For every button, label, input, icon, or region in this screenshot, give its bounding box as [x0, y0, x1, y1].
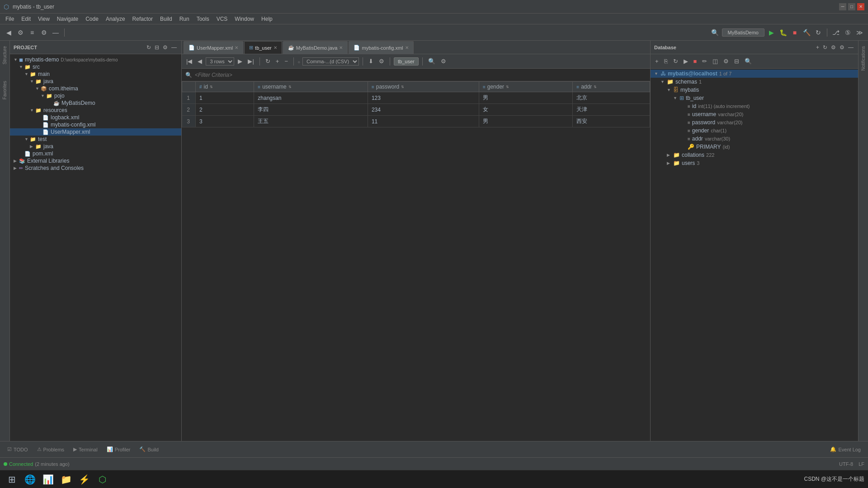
menu-run[interactable]: Run — [176, 15, 193, 23]
toolbar-more[interactable]: ≫ — [854, 28, 864, 38]
db-tree-mybatis[interactable]: ▼ 🗄 mybatis — [651, 86, 858, 94]
tree-item-java[interactable]: ▼ 📁 java — [10, 78, 181, 85]
reload-button[interactable]: ↻ — [264, 57, 272, 66]
table-row[interactable]: 3 3 王五 11 男 西安 — [182, 116, 650, 127]
col-header-id[interactable]: # id ⇅ — [196, 82, 254, 92]
db-settings-button[interactable]: ⚙ — [839, 43, 845, 52]
minimize-button[interactable]: ─ — [839, 3, 846, 10]
db-tree-col-gender[interactable]: ≡ gender char(1) — [651, 127, 858, 135]
project-refresh-button[interactable]: ↻ — [146, 43, 152, 52]
build-button[interactable]: 🔨 — [802, 28, 811, 38]
tree-item-pojo[interactable]: ▼ 📁 pojo — [10, 92, 181, 99]
delete-row-button[interactable]: − — [283, 57, 290, 66]
db-tree-host[interactable]: ▼ 🖧 mybatis@localhost 1 of 7 — [651, 70, 858, 78]
bottom-tab-profiler[interactable]: 📊 Profiler — [103, 445, 134, 454]
cell-gender[interactable]: 男 — [479, 116, 572, 127]
tab-close-mybatis-config[interactable]: ✕ — [405, 45, 409, 50]
tab-mybatisdemo-java[interactable]: ☕ MyBatisDemo.java ✕ — [283, 41, 348, 54]
db-tree-col-id[interactable]: ≡ id int(11) (auto increment) — [651, 102, 858, 110]
cell-addr[interactable]: 西安 — [573, 116, 650, 127]
tab-usermapper[interactable]: 📄 UserMapper.xml ✕ — [184, 41, 243, 54]
filter-input[interactable] — [195, 72, 646, 78]
back-button[interactable]: ◀ — [4, 28, 14, 38]
db-copy-button[interactable]: ⎘ — [662, 57, 670, 66]
db-refresh2-button[interactable]: ↻ — [671, 57, 680, 66]
next-page-button[interactable]: ▶ — [236, 57, 244, 66]
col-header-gender[interactable]: ≡ gender ⇅ — [479, 82, 572, 92]
tree-item-src[interactable]: ▼ 📁 src — [10, 63, 181, 70]
add-row-button[interactable]: + — [274, 57, 281, 66]
tree-item-resources[interactable]: ▼ 📁 resources — [10, 107, 181, 114]
taskbar-files[interactable]: 📁 — [58, 471, 74, 488]
tab-close-tb-user[interactable]: ✕ — [274, 45, 277, 50]
status-connected-item[interactable]: Connected (2 minutes ago) — [4, 461, 70, 467]
table-row[interactable]: 2 2 李四 234 女 天津 — [182, 104, 650, 116]
project-close-button[interactable]: — — [170, 43, 178, 52]
tree-item-mybatisdemo[interactable]: ☕ MyBatisDemo — [10, 99, 181, 107]
cell-password[interactable]: 123 — [368, 92, 479, 104]
last-page-button[interactable]: ▶| — [246, 57, 255, 66]
menu-refactor[interactable]: Refactor — [129, 15, 156, 23]
tab-mybatis-config[interactable]: 📄 mybatis-config.xml ✕ — [349, 41, 413, 54]
tree-item-test[interactable]: ▼ 📁 test — [10, 136, 181, 143]
cell-username[interactable]: zhangsan — [254, 92, 368, 104]
tree-item-external-libs[interactable]: ▶ 📚 External Libraries — [10, 157, 181, 164]
format-selector[interactable]: Comma-...(d (CSV) — [302, 57, 359, 66]
db-tree-col-username[interactable]: ≡ username varchar(20) — [651, 110, 858, 118]
menu-code[interactable]: Code — [82, 15, 102, 23]
tree-item-test-java[interactable]: ▶ 📁 java — [10, 143, 181, 150]
maximize-button[interactable]: □ — [848, 3, 855, 10]
first-page-button[interactable]: |◀ — [184, 57, 194, 66]
tree-item-logback[interactable]: 📄 logback.xml — [10, 114, 181, 121]
db-tree-col-addr[interactable]: ≡ addr varchar(30) — [651, 135, 858, 143]
db-close-button[interactable]: — — [847, 43, 854, 52]
cell-gender[interactable]: 女 — [479, 104, 572, 116]
annotate-button[interactable]: ⑤ — [843, 28, 853, 38]
search-data-button[interactable]: 🔍 — [426, 57, 437, 66]
tab-close-mybatisdemo-java[interactable]: ✕ — [339, 45, 343, 50]
cell-id[interactable]: 3 — [196, 116, 254, 127]
db-tree-col-primary[interactable]: 🔑 PRIMARY (id) — [651, 143, 858, 151]
bottom-tab-problems[interactable]: ⚠ Problems — [33, 445, 68, 454]
col-header-addr[interactable]: ≡ addr ⇅ — [573, 82, 650, 92]
tree-item-mybatis-config[interactable]: 📄 mybatis-config.xml — [10, 121, 181, 128]
table-row[interactable]: 1 1 zhangsan 123 男 北京 — [182, 92, 650, 104]
bottom-tab-build[interactable]: 🔨 Build — [136, 445, 162, 454]
taskbar-chrome[interactable]: 🌐 — [22, 471, 38, 488]
db-new-button[interactable]: + — [653, 57, 660, 66]
collapse-button[interactable]: — — [51, 28, 61, 38]
menu-file[interactable]: File — [2, 15, 18, 23]
update-button[interactable]: ↻ — [813, 28, 823, 38]
rows-selector[interactable]: 3 rows — [206, 57, 234, 66]
menu-help[interactable]: Help — [258, 15, 276, 23]
run-config-selector[interactable]: MyBatisDemo — [722, 28, 764, 37]
db-filter2-button[interactable]: ⚙ — [722, 57, 731, 66]
debug-button[interactable]: 🐛 — [778, 28, 788, 38]
search-everywhere-button[interactable]: 🔍 — [710, 28, 720, 38]
project-view-toggle[interactable]: ≡ — [27, 28, 37, 38]
run-button[interactable]: ▶ — [766, 28, 776, 38]
db-query-button[interactable]: ▶ — [682, 57, 690, 66]
cell-username[interactable]: 王五 — [254, 116, 368, 127]
export-button[interactable]: ⬇ — [367, 57, 375, 66]
db-search-button[interactable]: 🔍 — [743, 57, 754, 66]
menu-view[interactable]: View — [34, 15, 53, 23]
cell-addr[interactable]: 北京 — [573, 92, 650, 104]
cell-password[interactable]: 234 — [368, 104, 479, 116]
menu-tools[interactable]: Tools — [193, 15, 213, 23]
project-collapse-all-button[interactable]: ⊟ — [154, 43, 160, 52]
tree-item-pom[interactable]: 📄 pom.xml — [10, 150, 181, 157]
db-tree-tb-user[interactable]: ▼ ⊞ tb_user — [651, 94, 858, 102]
cell-addr[interactable]: 天津 — [573, 104, 650, 116]
prev-page-button[interactable]: ◀ — [196, 57, 204, 66]
db-add-button[interactable]: + — [815, 43, 820, 52]
menu-analyze[interactable]: Analyze — [102, 15, 129, 23]
db-edit-button[interactable]: ✏ — [700, 57, 709, 66]
bottom-tab-event-log[interactable]: 🔔 Event Log — [826, 445, 864, 454]
version-control-button[interactable]: ⎇ — [831, 28, 841, 38]
tree-item-usermapper[interactable]: 📄 UserMapper.xml — [10, 128, 181, 136]
db-filter3-button[interactable]: ⊟ — [732, 57, 741, 66]
menu-window[interactable]: Window — [231, 15, 258, 23]
col-header-username[interactable]: ≡ username ⇅ — [254, 82, 368, 92]
taskbar-intellij[interactable]: ⚡ — [76, 471, 92, 488]
